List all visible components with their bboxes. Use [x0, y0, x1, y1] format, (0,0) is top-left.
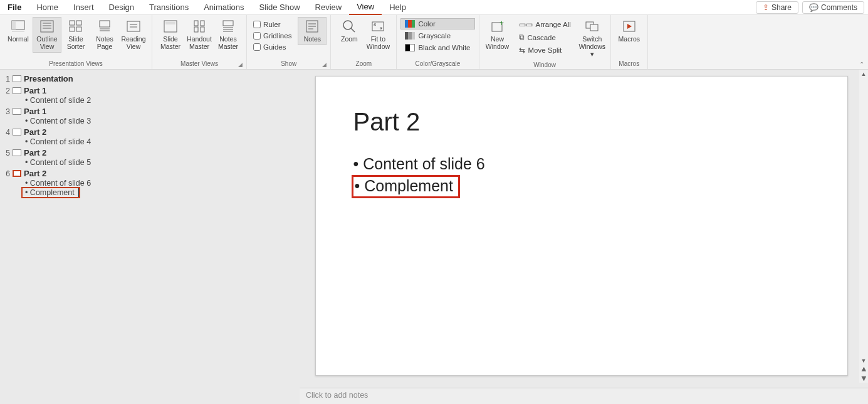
slide-body[interactable]: • Content of slide 6• Complement	[353, 155, 810, 200]
outline-slide[interactable]: 1Presentation	[4, 73, 300, 84]
notes-master-icon	[221, 19, 235, 33]
reading-view-icon	[127, 19, 140, 33]
scroll-down-icon[interactable]: ▼	[860, 356, 868, 365]
chevron-down-icon: ▾	[590, 50, 594, 58]
collapse-ribbon-icon[interactable]: ⌃	[859, 61, 864, 68]
group-label-zoom: Zoom	[335, 59, 392, 69]
tab-view[interactable]: View	[349, 0, 382, 16]
outline-title[interactable]: Part 2	[24, 127, 46, 137]
slide-thumb-icon[interactable]	[13, 75, 21, 82]
svg-rect-10	[76, 27, 81, 31]
svg-rect-23	[223, 21, 233, 26]
show-launcher-icon[interactable]: ◢	[322, 61, 327, 68]
outline-title[interactable]: Presentation	[24, 74, 73, 83]
normal-view-button[interactable]: Normal	[4, 17, 33, 45]
new-window-icon: +	[491, 19, 505, 33]
outline-bullet[interactable]: • Content of slide 6	[4, 179, 300, 188]
group-color-grayscale: Color Grayscale Black and White Color/Gr…	[397, 15, 479, 69]
ribbon: Normal Outline View Slide Sorter Notes P…	[0, 15, 868, 70]
macros-button[interactable]: Macros	[615, 17, 644, 45]
tab-review[interactable]: Review	[308, 0, 350, 14]
outline-slide[interactable]: 4Part 2• Content of slide 4	[4, 127, 300, 146]
scroll-up-icon[interactable]: ▲	[860, 70, 868, 78]
vertical-scrollbar[interactable]: ▲ ▼ ⯅ ⯆	[859, 70, 868, 383]
group-show: Ruler Gridlines Guides Notes Show◢	[247, 15, 331, 69]
outline-bullet[interactable]: • Content of slide 4	[4, 137, 300, 146]
share-label: Share	[771, 3, 792, 12]
guides-checkbox[interactable]: Guides	[251, 42, 294, 52]
cascade-icon: ⧉	[519, 33, 525, 41]
outline-bullet[interactable]: • Complement	[23, 188, 79, 197]
tab-insert[interactable]: Insert	[66, 0, 102, 14]
outline-slide[interactable]: 3Part 1• Content of slide 3	[4, 106, 300, 125]
outline-slide[interactable]: 5Part 2• Content of slide 5	[4, 147, 300, 167]
cascade-button[interactable]: ⧉Cascade	[515, 31, 575, 43]
color-button[interactable]: Color	[400, 18, 474, 29]
tab-home[interactable]: Home	[29, 0, 66, 14]
bw-swatch-icon	[405, 44, 415, 51]
slide-thumb-icon[interactable]	[13, 129, 21, 136]
group-label-macros: Macros	[615, 59, 644, 69]
fit-to-window-button[interactable]: Fit to Window	[363, 17, 392, 53]
arrange-icon: ▭▭	[519, 20, 533, 29]
svg-rect-1	[12, 21, 16, 29]
tab-bar: File Home Insert Design Transitions Anim…	[0, 0, 868, 15]
slide-title[interactable]: Part 2	[353, 108, 810, 136]
tab-animations[interactable]: Animations	[196, 0, 251, 14]
grayscale-swatch-icon	[405, 32, 415, 40]
notes-page-icon	[98, 19, 112, 33]
notes-page-button[interactable]: Notes Page	[90, 17, 119, 53]
slide-bullet[interactable]: • Content of slide 6	[353, 155, 810, 173]
outline-pane[interactable]: 1Presentation2Part 1• Content of slide 2…	[0, 70, 300, 404]
outline-bullet[interactable]: • Content of slide 2	[4, 96, 300, 105]
notes-button[interactable]: Notes	[298, 17, 327, 45]
outline-title[interactable]: Part 2	[24, 148, 46, 157]
outline-title[interactable]: Part 1	[24, 107, 46, 116]
master-views-launcher-icon[interactable]: ◢	[238, 61, 243, 68]
slide-bullet[interactable]: • Complement	[353, 177, 458, 196]
normal-view-icon	[11, 19, 25, 33]
move-split-button[interactable]: ⇆Move Split	[515, 44, 575, 56]
outline-slide[interactable]: 6Part 2• Content of slide 6• Complement	[4, 168, 300, 197]
new-window-button[interactable]: + New Window	[483, 17, 512, 53]
slide-thumb-icon[interactable]	[13, 108, 21, 115]
slide-thumb-icon[interactable]	[13, 170, 21, 177]
next-slide-icon[interactable]: ⯆	[860, 374, 868, 383]
tab-file[interactable]: File	[0, 0, 29, 14]
svg-marker-39	[627, 24, 632, 29]
slide-thumb-icon[interactable]	[13, 149, 21, 156]
arrange-all-button[interactable]: ▭▭Arrange All	[515, 18, 575, 31]
slide-thumb-icon[interactable]	[13, 87, 21, 94]
slide-sorter-button[interactable]: Slide Sorter	[61, 17, 90, 53]
share-icon: ⇪	[763, 3, 769, 12]
comments-button[interactable]: 💬 Comments	[802, 1, 864, 14]
outline-bullet[interactable]: • Content of slide 5	[4, 158, 300, 167]
gridlines-checkbox[interactable]: Gridlines	[251, 31, 294, 41]
slide-master-button[interactable]: Slide Master	[156, 17, 185, 53]
switch-windows-button[interactable]: Switch Windows ▾	[578, 17, 607, 60]
outline-title[interactable]: Part 2	[24, 169, 46, 178]
outline-view-button[interactable]: Outline View	[33, 17, 61, 53]
black-white-button[interactable]: Black and White	[400, 42, 474, 53]
prev-slide-icon[interactable]: ⯅	[860, 365, 868, 374]
grayscale-button[interactable]: Grayscale	[400, 30, 474, 41]
tab-help[interactable]: Help	[382, 0, 414, 14]
tab-design[interactable]: Design	[102, 0, 142, 14]
handout-master-button[interactable]: Handout Master	[185, 17, 214, 53]
outline-bullet[interactable]: • Content of slide 3	[4, 117, 300, 125]
slide-canvas[interactable]: Part 2 • Content of slide 6• Complement	[315, 76, 848, 376]
slide-number: 4	[4, 128, 10, 137]
reading-view-button[interactable]: Reading View	[119, 17, 148, 53]
zoom-button[interactable]: Zoom	[335, 17, 363, 45]
ruler-checkbox[interactable]: Ruler	[251, 19, 294, 29]
svg-rect-33	[372, 22, 384, 31]
tab-slide-show[interactable]: Slide Show	[252, 0, 308, 14]
notes-input[interactable]: Click to add notes	[300, 388, 868, 404]
tab-transitions[interactable]: Transitions	[142, 0, 196, 14]
outline-slide[interactable]: 2Part 1• Content of slide 2	[4, 85, 300, 105]
group-macros: Macros Macros	[611, 15, 648, 69]
slide-number: 2	[4, 87, 10, 95]
share-button[interactable]: ⇪ Share	[756, 1, 798, 14]
notes-master-button[interactable]: Notes Master	[214, 17, 243, 53]
outline-title[interactable]: Part 1	[24, 86, 46, 95]
